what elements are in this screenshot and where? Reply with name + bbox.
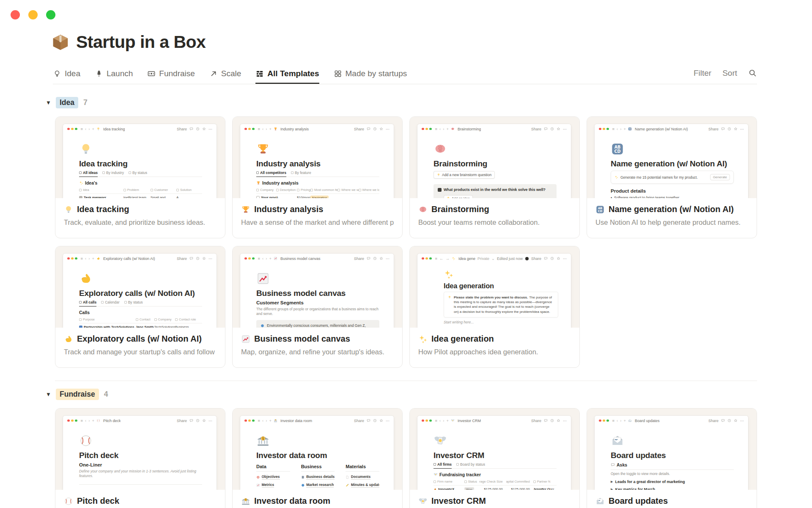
minimize-button[interactable] (28, 10, 38, 19)
incoming-envelope-icon (595, 497, 605, 506)
template-card-industry-analysis[interactable]: ≡‹›+Industry analysisShare⋯ Industry ana… (232, 116, 403, 238)
template-card-brainstorming[interactable]: ≡‹›+BrainstormingShare⋯ Brainstorming Ad… (409, 116, 580, 238)
share-button: Share (177, 257, 187, 261)
forward-icon: › (443, 127, 444, 131)
money-with-wings-icon (433, 434, 447, 447)
tab-made-by-startups[interactable]: Made by startups (334, 62, 407, 84)
preview-table: Firm name Status Average Check Size Capi… (433, 478, 557, 490)
preview-window-titlebar: ≡‹›+Name generation (w/ Notion AI)Share⋯ (595, 124, 748, 134)
template-description: Have a sense of the market and where dif… (241, 218, 394, 226)
tab-all-templates[interactable]: All Templates (255, 62, 319, 84)
template-card-idea-tracking[interactable]: ≡‹›+Idea trackingShare⋯ Idea tracking Al… (55, 116, 225, 238)
tab-launch[interactable]: Launch (95, 62, 133, 84)
share-button: Share (177, 127, 187, 131)
card-footer: Idea tracking Track, evaluate, and prior… (55, 198, 225, 226)
back-icon: ‹ (617, 418, 618, 423)
window-controls[interactable] (11, 10, 55, 19)
menu-icon: ≡ (435, 418, 438, 423)
back-icon: ‹ (85, 418, 86, 423)
template-card-exploratory-calls[interactable]: ≡‹›+Exploratory calls (w/ Notion AI)Shar… (55, 246, 225, 368)
forward-icon: › (88, 127, 90, 131)
preview-subheading: Product details (611, 188, 734, 193)
incoming-envelope-icon (628, 419, 632, 422)
template-title: Exploratory calls (w/ Notion AI) (64, 334, 217, 344)
more-icon: ⋯ (563, 257, 567, 261)
star-icon (379, 257, 383, 260)
tab-scale[interactable]: Scale (209, 62, 241, 84)
template-card-investor-crm[interactable]: ≡‹›+Investor CRMShare⋯ Investor CRM All … (409, 408, 580, 508)
add-idea-button: Add an idea (444, 195, 473, 198)
banknote-icon (147, 69, 156, 78)
tab-idea[interactable]: Idea (53, 62, 80, 84)
brain-icon (418, 205, 428, 214)
preview-page-title: Pitch deck (79, 451, 202, 460)
preview-page-title: Name generation (w/ Notion AI) (611, 159, 734, 168)
chart-increasing-icon (256, 272, 270, 285)
page-link: Documents (346, 475, 379, 480)
preview-view-tabs: All competitors By feature (256, 171, 379, 177)
more-icon: ⋯ (208, 419, 212, 423)
share-button: Share (531, 257, 541, 261)
question-icon (438, 188, 442, 192)
star-icon (202, 127, 206, 131)
menu-icon: ≡ (612, 127, 615, 131)
menu-icon: ≡ (435, 127, 438, 131)
zoom-button[interactable] (46, 10, 55, 19)
template-gallery-page: Startup in a Box Idea Launch Fundraise S… (0, 0, 812, 508)
more-icon: ⋯ (740, 127, 744, 131)
template-card-idea-generation[interactable]: ≡←→Idea generationPrivate⌄Edited just no… (409, 246, 580, 368)
template-title: Investor CRM (418, 496, 571, 506)
chart-increasing-icon (256, 483, 260, 487)
sort-button[interactable]: Sort (722, 69, 737, 78)
tab-fundraise[interactable]: Fundraise (147, 62, 195, 84)
trophy-icon (274, 127, 277, 131)
template-card-business-model-canvas[interactable]: ≡‹›+Business model canvasShare⋯ Business… (232, 246, 403, 368)
preview-text: Define your company and your mission in … (79, 469, 202, 479)
template-preview: ≡‹›+Business model canvasShare⋯ Business… (233, 246, 402, 328)
menu-icon: ≡ (612, 418, 615, 423)
preview-section-title: Industry analysis (256, 180, 379, 185)
clock-icon (550, 127, 554, 131)
traffic-lights-icon (67, 257, 77, 260)
comment-icon (367, 127, 370, 131)
lightbulb-icon (64, 205, 73, 214)
collapse-toggle-icon[interactable]: ▼ (46, 391, 56, 398)
preview-window-titlebar: ≡‹›+Investor data roomShare⋯ (240, 416, 394, 425)
abcd-icon (611, 142, 624, 156)
plus-icon: + (623, 418, 626, 423)
traffic-lights-icon (599, 420, 609, 422)
star-icon (557, 419, 560, 422)
forward-icon: → (446, 256, 450, 261)
filter-button[interactable]: Filter (694, 69, 711, 78)
privacy-label: Private (477, 257, 489, 261)
forward-icon: › (266, 127, 267, 131)
comment-icon (721, 419, 725, 422)
traffic-lights-icon (422, 128, 432, 130)
brain-icon (433, 142, 447, 156)
card-footer: Exploratory calls (w/ Notion AI) Track a… (55, 328, 225, 356)
close-button[interactable] (11, 10, 20, 19)
template-preview: ≡‹›+Investor data roomShare⋯ Investor da… (233, 409, 402, 490)
callout-block: Please state the problem you want to dis… (444, 292, 558, 318)
template-title: Idea tracking (64, 204, 217, 214)
search-icon[interactable] (748, 69, 757, 77)
card-row: ≡‹›+Pitch deckShare⋯ Pitch deck One-Line… (55, 408, 757, 508)
clock-icon (196, 127, 200, 131)
template-card-board-updates[interactable]: ≡‹›+Board updatesShare⋯ Board updates As… (587, 408, 757, 508)
template-card-investor-data-room[interactable]: ≡‹›+Investor data roomShare⋯ Investor da… (232, 408, 403, 508)
template-card-name-generation[interactable]: ≡‹›+Name generation (w/ Notion AI)Share⋯… (587, 116, 757, 238)
preview-text: The different groups of people or organi… (256, 307, 379, 317)
template-card-pitch-deck[interactable]: ≡‹›+Pitch deckShare⋯ Pitch deck One-Line… (55, 408, 225, 508)
trophy-icon (256, 142, 270, 156)
clock-icon (727, 127, 731, 131)
preview-page-title: Idea generation (444, 282, 558, 290)
package-icon (51, 33, 70, 52)
share-button: Share (708, 127, 719, 131)
template-preview: ≡←→Idea generationPrivate⌄Edited just no… (410, 246, 579, 328)
preview-window-titlebar: ≡‹›+Industry analysisShare⋯ (240, 124, 394, 134)
template-title: Board updates (595, 496, 748, 506)
template-title: Industry analysis (241, 204, 394, 214)
preview-table: Company Description Pricing Most common … (256, 187, 379, 198)
comment-icon (189, 257, 193, 260)
collapse-toggle-icon[interactable]: ▼ (46, 99, 56, 106)
